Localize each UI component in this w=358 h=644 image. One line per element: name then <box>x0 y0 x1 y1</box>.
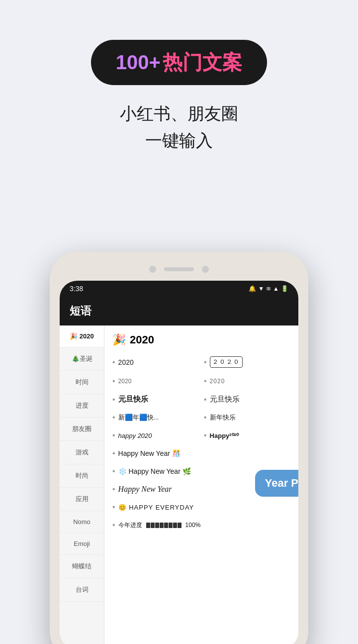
content-area: Year P 🎉 2020 2020 ２０２０ <box>104 325 298 644</box>
list-item[interactable]: 😊 HAPPY EVERYDAY <box>112 501 290 514</box>
list-item[interactable]: Happy²⁰²⁰ <box>204 429 290 442</box>
phone-camera <box>149 266 156 273</box>
badge-text: 热门文案 <box>163 51 242 73</box>
list-item[interactable]: 2020 <box>112 354 199 370</box>
sidebar-item-progress[interactable]: 进度 <box>60 394 104 418</box>
sidebar-item-bow[interactable]: 蝴蝶结 <box>60 555 104 578</box>
list-item[interactable]: happy 2020 <box>112 429 199 442</box>
list-item[interactable]: 元旦快乐 <box>112 393 199 406</box>
status-icons: 🔔 ▼ ≋ ▲ 🔋 <box>249 285 288 292</box>
sidebar-item-moments[interactable]: 朋友圈 <box>60 418 104 441</box>
list-item[interactable]: ２０２０ <box>204 354 290 370</box>
list-item[interactable]: 元旦快乐 <box>204 393 290 406</box>
sidebar-item-time[interactable]: 时间 <box>60 371 104 394</box>
app-header: 短语 <box>60 297 298 325</box>
sidebar-item-app[interactable]: 应用 <box>60 488 104 511</box>
content-title: 🎉 2020 <box>112 333 290 346</box>
badge-number: 100+ <box>116 51 161 73</box>
list-item[interactable]: 今年进度 100% <box>112 519 290 532</box>
list-item[interactable]: 新🟦年🟦快... <box>112 411 199 424</box>
phone-camera-2 <box>202 266 209 273</box>
header-section: 100+ 热门文案 小红书、朋友圈 一键输入 <box>0 0 358 174</box>
status-bar: 3:38 🔔 ▼ ≋ ▲ 🔋 <box>60 281 298 297</box>
title-emoji: 🎉 <box>112 333 126 346</box>
sidebar-item-game[interactable]: 游戏 <box>60 441 104 464</box>
items-grid: 2020 ２０２０ 2020 2020 <box>112 354 290 532</box>
list-item[interactable]: 2020 <box>204 375 290 388</box>
phone-top-bar <box>60 262 298 277</box>
sidebar-item-2020[interactable]: 🎉 2020 <box>60 325 104 347</box>
subtitle: 小红书、朋友圈 一键输入 <box>0 100 358 154</box>
list-item[interactable]: 新年快乐 <box>204 411 290 424</box>
sidebar-item-emoji[interactable]: Emoji <box>60 533 104 555</box>
sidebar-item-fashion[interactable]: 时尚 <box>60 464 104 488</box>
sidebar-item-lines[interactable]: 台词 <box>60 578 104 602</box>
status-time: 3:38 <box>70 285 83 293</box>
list-item[interactable]: Happy New Year 🎊 <box>112 447 290 460</box>
sidebar-item-christmas[interactable]: 🎄圣诞 <box>60 347 104 371</box>
list-item[interactable]: 2020 <box>112 375 199 388</box>
floating-tooltip: Year P <box>255 470 298 497</box>
title-text: 2020 <box>130 333 154 346</box>
app-body: 🎉 2020 🎄圣诞 时间 进度 朋友圈 游戏 时尚 应用 Nomo Emoji… <box>60 325 298 644</box>
sidebar-item-nomo[interactable]: Nomo <box>60 511 104 533</box>
phone-mockup: 3:38 🔔 ▼ ≋ ▲ 🔋 短语 🎉 2020 🎄圣诞 时 <box>50 252 308 644</box>
phone-outer: 3:38 🔔 ▼ ≋ ▲ 🔋 短语 🎉 2020 🎄圣诞 时 <box>50 252 308 644</box>
phone-screen: 3:38 🔔 ▼ ≋ ▲ 🔋 短语 🎉 2020 🎄圣诞 时 <box>60 281 298 644</box>
phone-speaker <box>164 267 194 271</box>
sidebar: 🎉 2020 🎄圣诞 时间 进度 朋友圈 游戏 时尚 应用 Nomo Emoji… <box>60 325 104 644</box>
badge-pill: 100+ 热门文案 <box>91 40 268 85</box>
